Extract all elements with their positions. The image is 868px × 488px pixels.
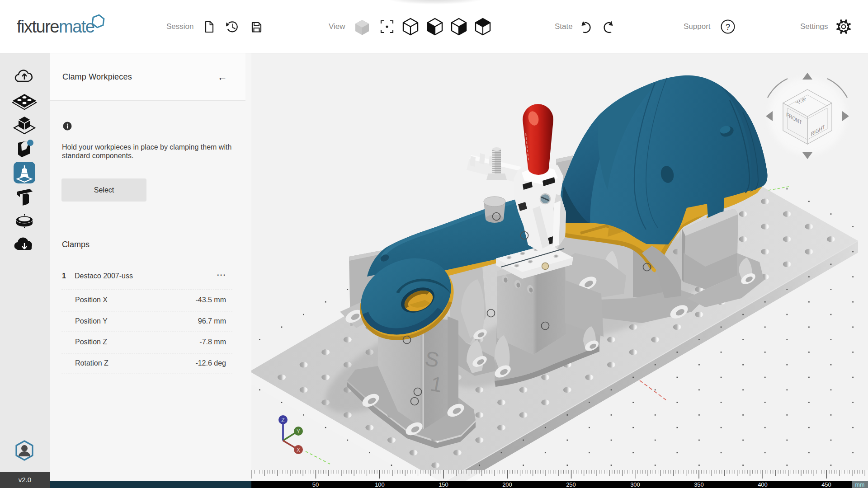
svg-text:450: 450 bbox=[821, 481, 831, 488]
svg-text:mm: mm bbox=[855, 482, 865, 488]
svg-text:300: 300 bbox=[630, 481, 640, 488]
svg-text:100: 100 bbox=[375, 481, 385, 488]
svg-text:50: 50 bbox=[312, 481, 319, 488]
svg-text:Z: Z bbox=[281, 417, 284, 423]
svg-text:X: X bbox=[297, 447, 300, 453]
svg-text:250: 250 bbox=[566, 481, 576, 488]
svg-text:150: 150 bbox=[439, 481, 448, 488]
svg-text:400: 400 bbox=[758, 481, 768, 488]
svg-text:?: ? bbox=[726, 23, 730, 32]
svg-text:Y: Y bbox=[297, 428, 300, 435]
svg-text:200: 200 bbox=[502, 481, 512, 488]
svg-text:350: 350 bbox=[694, 481, 704, 488]
